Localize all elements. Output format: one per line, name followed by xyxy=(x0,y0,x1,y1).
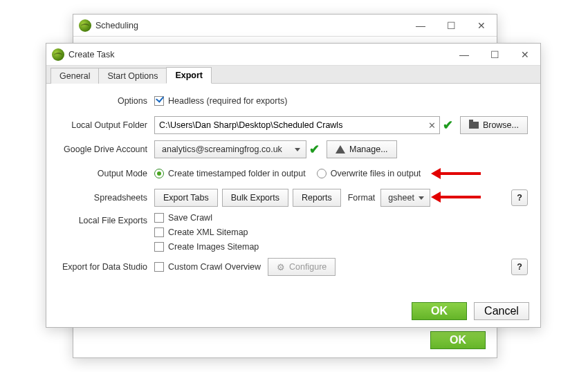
google-drive-account-label: Google Drive Account xyxy=(59,145,154,154)
minimize-button[interactable]: — xyxy=(405,15,436,36)
save-crawl-checkbox[interactable] xyxy=(154,213,164,223)
google-account-combo[interactable]: analytics@screamingfrog.co.uk xyxy=(154,140,306,158)
ok-button[interactable]: OK xyxy=(430,331,486,349)
output-mode-timestamped-radio[interactable] xyxy=(154,169,164,178)
clear-icon[interactable]: ✕ xyxy=(428,120,436,131)
minimize-button[interactable]: — xyxy=(449,44,479,65)
folder-icon xyxy=(469,122,479,129)
close-button[interactable]: ✕ xyxy=(510,44,540,65)
titlebar: Scheduling — ☐ ✕ xyxy=(73,15,497,37)
output-mode-timestamped-label: Create timestamped folder in output xyxy=(168,169,306,178)
valid-check-icon: ✔ xyxy=(440,118,456,133)
create-task-window: Create Task — ☐ ✕ General Start Options … xyxy=(46,43,541,328)
cancel-button[interactable]: Cancel xyxy=(474,302,529,320)
create-images-sitemap-checkbox[interactable] xyxy=(154,242,164,252)
format-label: Format xyxy=(348,193,376,203)
help-button[interactable]: ? xyxy=(511,189,528,206)
close-button[interactable]: ✕ xyxy=(466,15,497,36)
app-icon xyxy=(52,48,64,61)
valid-check-icon: ✔ xyxy=(306,142,322,157)
spreadsheets-label: Spreadsheets xyxy=(59,193,154,203)
tab-export[interactable]: Export xyxy=(166,67,212,84)
save-crawl-label: Save Crawl xyxy=(168,213,212,223)
create-xml-sitemap-label: Create XML Sitemap xyxy=(168,227,248,237)
help-button[interactable]: ? xyxy=(511,259,528,275)
create-xml-sitemap-checkbox[interactable] xyxy=(154,227,164,237)
bulk-exports-button[interactable]: Bulk Exports xyxy=(222,189,288,207)
browse-button[interactable]: Browse... xyxy=(460,116,528,134)
window-title: Scheduling xyxy=(95,21,138,30)
create-images-sitemap-label: Create Images Sitemap xyxy=(168,242,259,252)
ok-button[interactable]: OK xyxy=(412,302,467,320)
output-mode-overwrite-label: Overwrite files in output xyxy=(331,169,421,178)
app-icon xyxy=(79,19,91,32)
headless-checkbox[interactable] xyxy=(154,96,164,106)
export-panel: Options Headless (required for exports) … xyxy=(46,84,540,276)
configure-button[interactable]: ⚙ Configure xyxy=(268,258,336,276)
annotation-arrow xyxy=(439,172,481,175)
titlebar: Create Task — ☐ ✕ xyxy=(46,44,540,66)
reports-button[interactable]: Reports xyxy=(293,189,341,207)
window-title: Create Task xyxy=(68,50,114,59)
tab-start-options[interactable]: Start Options xyxy=(98,68,167,84)
headless-label: Headless (required for exports) xyxy=(168,96,287,106)
dialog-footer: OK Cancel xyxy=(412,302,529,320)
local-file-exports-label: Local File Exports xyxy=(59,213,154,225)
google-drive-icon xyxy=(336,145,345,154)
export-data-studio-label: Export for Data Studio xyxy=(59,262,154,272)
annotation-arrow xyxy=(439,196,481,198)
options-label: Options xyxy=(59,96,154,106)
export-tabs-button[interactable]: Export Tabs xyxy=(154,189,218,207)
gear-icon: ⚙ xyxy=(277,262,285,272)
maximize-button[interactable]: ☐ xyxy=(479,44,510,65)
output-mode-label: Output Mode xyxy=(59,169,154,178)
custom-crawl-overview-checkbox[interactable] xyxy=(154,262,164,272)
manage-button[interactable]: Manage... xyxy=(327,140,397,158)
custom-crawl-overview-label: Custom Crawl Overview xyxy=(168,262,261,272)
local-output-folder-input[interactable] xyxy=(154,116,440,134)
maximize-button[interactable]: ☐ xyxy=(436,15,466,36)
format-combo[interactable]: gsheet xyxy=(380,189,430,207)
tab-general[interactable]: General xyxy=(50,68,99,84)
output-mode-overwrite-radio[interactable] xyxy=(317,169,327,178)
local-output-folder-label: Local Output Folder xyxy=(59,120,154,130)
tabs: General Start Options Export xyxy=(46,66,540,84)
